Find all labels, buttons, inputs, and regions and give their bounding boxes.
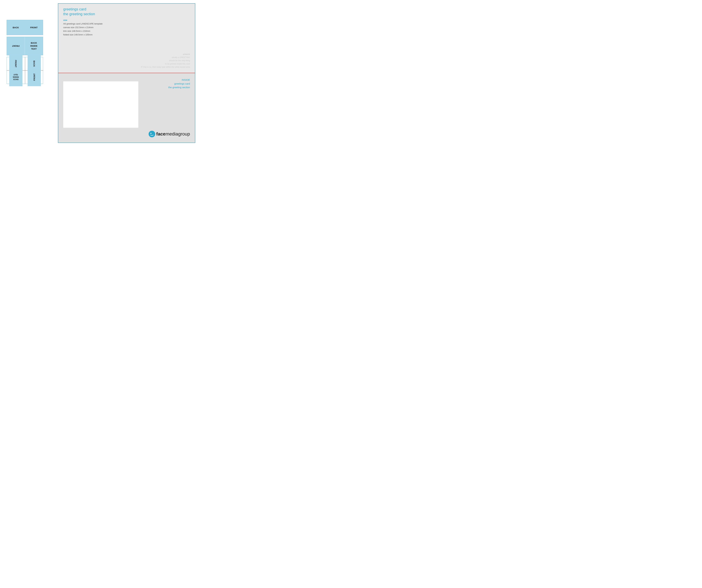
size-label: size — [63, 19, 190, 21]
artwork-line4: IF that is so, then keep type within the… — [141, 66, 190, 69]
back-label-r1: BACK — [7, 20, 25, 35]
artwork-note: artwork ideally a GREETING should be the… — [141, 53, 190, 69]
svg-point-1 — [150, 133, 151, 134]
front-label-r4: FRONT — [27, 68, 41, 86]
back-inside-text-label-r4: BACK INSIDE TEXT — [9, 68, 22, 86]
top-section: greetings card the greeting section size… — [58, 4, 195, 73]
size-line3: trim size 148.5mm x 210mm — [63, 29, 190, 33]
face-text: face — [156, 131, 165, 136]
size-section: size A6 greetings card LANDSCAPE templat… — [63, 19, 190, 36]
main-card: greetings card the greeting section size… — [58, 3, 195, 143]
artwork-line2: should be the only thing — [141, 59, 190, 62]
greeting-section-label: the greeting section — [168, 86, 190, 89]
size-text: A6 greetings card LANDSCAPE template can… — [63, 22, 190, 36]
diagram-row-1: BACK FRONT — [7, 20, 53, 35]
diagram-group-34: FRONT BACK BACK INSIDE TEXT F — [7, 57, 53, 84]
front-label-r1: FRONT — [25, 20, 43, 35]
title-line2: the greeting section — [63, 12, 190, 16]
bottom-section: INSIDE greetings card the greeting secti… — [58, 73, 195, 143]
right-panel: greetings card the greeting section size… — [56, 0, 199, 146]
title-line1: greetings card — [63, 7, 190, 12]
white-box-area — [63, 82, 138, 128]
artwork-line1: ideally a GREETING — [141, 56, 190, 59]
inside-text: INSIDE — [168, 78, 190, 82]
artwork-label: artwork — [183, 53, 190, 55]
diagram-row-2: FRONT BACK INSIDE TEXT — [7, 37, 53, 55]
artwork-line3: to be printed inside this card — [141, 63, 190, 66]
face-logo-icon — [148, 130, 155, 138]
face-media-group-logo: facemediagroup — [148, 130, 190, 138]
front-label-r2: FRONT — [7, 37, 25, 55]
face-logo-text: facemediagroup — [156, 131, 190, 137]
size-line4: folded size 148.5mm x 105mm — [63, 33, 190, 36]
svg-point-0 — [149, 131, 155, 137]
inside-label: INSIDE greetings card the greeting secti… — [168, 78, 190, 89]
top-header: greetings card the greeting section — [63, 7, 190, 16]
back-inside-text-label-r2: BACK INSIDE TEXT — [25, 37, 43, 55]
media-text: mediagroup — [165, 131, 190, 136]
left-panel: BACK FRONT FRONT BACK INSIDE TEXT — [0, 0, 56, 91]
size-line2: canvas size 152.5mm x 214mm — [63, 26, 190, 29]
size-line1: A6 greetings card LANDSCAPE template — [63, 22, 190, 26]
greeting-card-label: greetings card — [168, 82, 190, 86]
